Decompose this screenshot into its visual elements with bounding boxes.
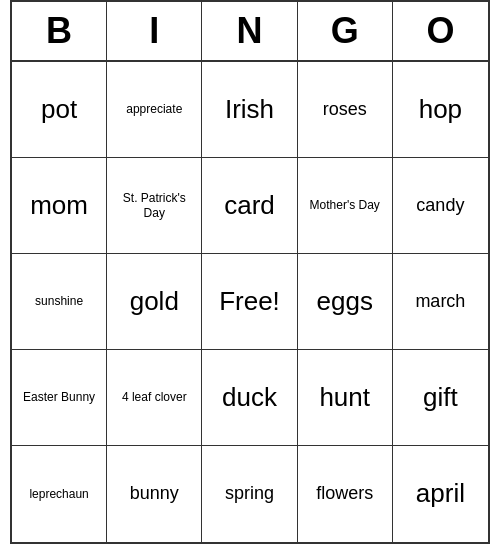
cell-r2-c4: march bbox=[393, 254, 488, 350]
cell-r1-c1: St. Patrick's Day bbox=[107, 158, 202, 254]
cell-r1-c2: card bbox=[202, 158, 297, 254]
header-letter-i: I bbox=[107, 2, 202, 60]
cell-r1-c4: candy bbox=[393, 158, 488, 254]
cell-r3-c1: 4 leaf clover bbox=[107, 350, 202, 446]
cell-r1-c3: Mother's Day bbox=[298, 158, 393, 254]
header-letter-b: B bbox=[12, 2, 107, 60]
cell-r4-c1: bunny bbox=[107, 446, 202, 542]
cell-r0-c4: hop bbox=[393, 62, 488, 158]
cell-r3-c3: hunt bbox=[298, 350, 393, 446]
cell-r4-c0: leprechaun bbox=[12, 446, 107, 542]
cell-r2-c2: Free! bbox=[202, 254, 297, 350]
bingo-header: BINGO bbox=[12, 2, 488, 62]
cell-r1-c0: mom bbox=[12, 158, 107, 254]
bingo-grid: potappreciateIrishroseshopmomSt. Patrick… bbox=[12, 62, 488, 542]
cell-r3-c2: duck bbox=[202, 350, 297, 446]
cell-r0-c1: appreciate bbox=[107, 62, 202, 158]
cell-r0-c0: pot bbox=[12, 62, 107, 158]
header-letter-o: O bbox=[393, 2, 488, 60]
header-letter-n: N bbox=[202, 2, 297, 60]
cell-r3-c0: Easter Bunny bbox=[12, 350, 107, 446]
cell-r0-c2: Irish bbox=[202, 62, 297, 158]
cell-r2-c3: eggs bbox=[298, 254, 393, 350]
cell-r4-c2: spring bbox=[202, 446, 297, 542]
cell-r3-c4: gift bbox=[393, 350, 488, 446]
bingo-card: BINGO potappreciateIrishroseshopmomSt. P… bbox=[10, 0, 490, 544]
cell-r2-c1: gold bbox=[107, 254, 202, 350]
cell-r0-c3: roses bbox=[298, 62, 393, 158]
header-letter-g: G bbox=[298, 2, 393, 60]
cell-r4-c4: april bbox=[393, 446, 488, 542]
cell-r4-c3: flowers bbox=[298, 446, 393, 542]
cell-r2-c0: sunshine bbox=[12, 254, 107, 350]
